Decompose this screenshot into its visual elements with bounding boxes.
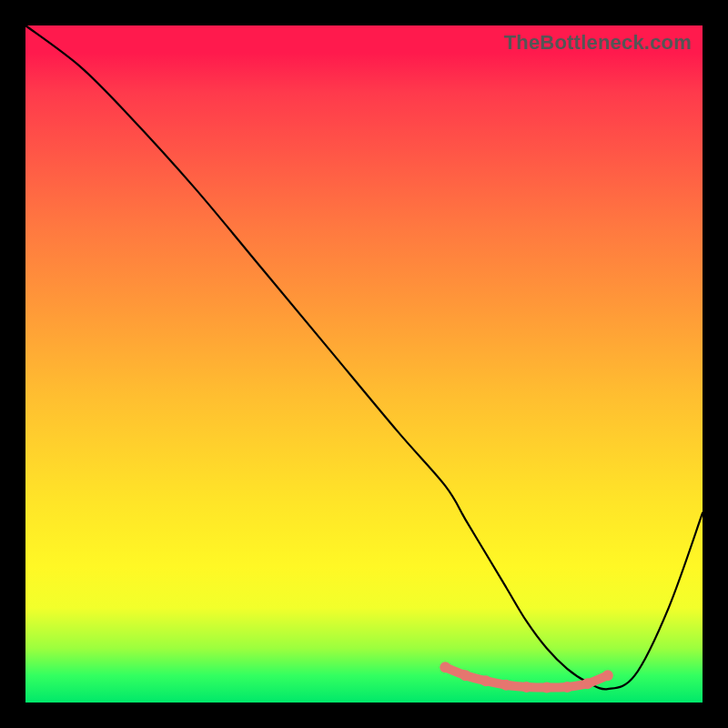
minimum-highlight-dot: [500, 680, 511, 691]
minimum-highlight-dot: [480, 675, 491, 686]
chart-svg: [25, 25, 703, 703]
minimum-highlight-dot: [460, 670, 471, 681]
plot-area: TheBottleneck.com: [25, 25, 703, 703]
minimum-highlight-dots: [440, 662, 613, 693]
minimum-highlight-dot: [440, 662, 450, 672]
minimum-highlight-dot: [521, 682, 532, 693]
minimum-highlight-dot: [582, 678, 593, 689]
minimum-highlight-dot: [602, 670, 613, 681]
bottleneck-curve-line: [25, 25, 703, 689]
minimum-highlight-dot: [541, 682, 552, 693]
minimum-highlight-dot: [561, 682, 572, 693]
chart-frame: TheBottleneck.com: [0, 0, 728, 728]
